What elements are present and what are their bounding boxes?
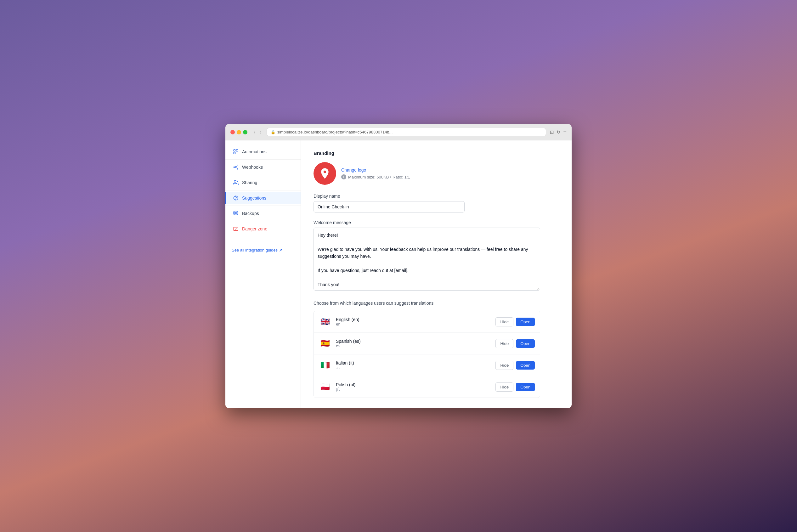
svg-point-9 [233,211,238,213]
suggestions-icon [233,195,239,201]
close-button[interactable] [230,130,235,134]
lang-info-en: English (en) en [336,317,495,326]
display-name-section: Display name [314,194,559,212]
flag-pl: 🇵🇱 [319,381,331,393]
lang-name-it: Italian (it) [336,360,495,365]
open-button-en[interactable]: Open [516,318,535,326]
sidebar-item-suggestions[interactable]: Suggestions [225,192,301,204]
svg-rect-2 [233,152,235,154]
browser-window: ‹ › 🔒 simplelocalize.io/dashboard/projec… [225,124,572,408]
divider [225,206,301,206]
logo-area: Change logo i Maximum size: 500KB • Rati… [314,162,559,185]
open-button-it[interactable]: Open [516,361,535,369]
divider [225,175,301,175]
language-row-es: 🇪🇸 Spanish (es) es Hide Open [314,333,540,355]
url-text: simplelocalize.io/dashboard/projects/?ha… [277,130,393,134]
back-button[interactable]: ‹ [252,129,257,136]
open-button-es[interactable]: Open [516,339,535,348]
webhooks-icon [233,164,239,170]
lang-name-pl: Polish (pl) [336,382,495,387]
svg-point-5 [237,168,238,169]
lang-actions-pl: Hide Open [495,382,535,392]
display-name-label: Display name [314,194,559,198]
change-logo-button[interactable]: Change logo [341,168,410,172]
backups-label: Backups [242,211,259,216]
minimize-button[interactable] [237,130,241,134]
sidebar-item-webhooks[interactable]: Webhooks [225,161,301,173]
lang-actions-en: Hide Open [495,317,535,326]
hide-button-es[interactable]: Hide [495,339,513,348]
svg-point-4 [237,165,238,166]
svg-rect-0 [233,150,235,151]
lang-actions-es: Hide Open [495,339,535,348]
language-row-en: 🇬🇧 English (en) en Hide Open [314,311,540,333]
sidebar-item-sharing[interactable]: Sharing [225,176,301,189]
hide-button-it[interactable]: Hide [495,361,513,370]
main-content: Branding Change logo i Maximum size: 500… [301,140,572,408]
suggestions-label: Suggestions [242,195,266,201]
sharing-icon [233,179,239,186]
sidebar: Automations Webhooks [225,140,301,408]
svg-point-8 [236,199,236,200]
sidebar-item-automations[interactable]: Automations [225,146,301,158]
fullscreen-button[interactable] [243,130,247,134]
language-section-title: Choose from which languages users can su… [314,301,559,306]
sharing-label: Sharing [242,180,257,185]
address-bar[interactable]: 🔒 simplelocalize.io/dashboard/projects/?… [267,128,547,136]
lang-name-es: Spanish (es) [336,339,495,344]
language-row-pl: 🇵🇱 Polish (pl) pl Hide Open [314,376,540,398]
danger-zone-label: Danger zone [242,226,267,231]
browser-chrome: ‹ › 🔒 simplelocalize.io/dashboard/projec… [225,124,572,140]
lang-code-pl: pl [336,387,495,392]
hide-button-pl[interactable]: Hide [495,382,513,392]
app-content: Automations Webhooks [225,140,572,408]
flag-it: 🇮🇹 [319,359,331,372]
lang-info-es: Spanish (es) es [336,339,495,348]
branding-section: Branding Change logo i Maximum size: 500… [314,150,559,185]
traffic-lights [230,130,247,134]
extensions-button[interactable]: ⊡ [550,129,554,135]
welcome-message-section: Welcome message Hey there! We're glad to… [314,220,559,292]
lang-name-en: English (en) [336,317,495,322]
flag-en: 🇬🇧 [319,316,331,328]
sidebar-item-backups[interactable]: Backups [225,207,301,220]
danger-icon [233,226,239,232]
browser-actions: ⊡ ↻ + [550,129,567,135]
automations-label: Automations [242,149,267,154]
flag-es: 🇪🇸 [319,337,331,350]
logo-circle [314,162,336,185]
language-list: 🇬🇧 English (en) en Hide Open 🇪🇸 [314,311,540,398]
automations-icon [233,149,239,155]
info-icon: i [341,174,346,179]
svg-point-3 [233,167,234,168]
sidebar-item-danger-zone[interactable]: Danger zone [225,223,301,235]
divider [225,190,301,190]
open-button-pl[interactable]: Open [516,383,535,391]
branding-title: Branding [314,150,559,156]
language-row-it: 🇮🇹 Italian (it) it Hide Open [314,355,540,376]
svg-rect-1 [236,150,238,151]
logo-constraints-text: Maximum size: 500KB • Ratio: 1:1 [348,175,410,179]
nav-buttons: ‹ › [252,129,263,136]
lang-info-it: Italian (it) it [336,360,495,370]
language-section: Choose from which languages users can su… [314,301,559,398]
logo-constraints: i Maximum size: 500KB • Ratio: 1:1 [341,174,410,179]
forward-button[interactable]: › [259,129,263,136]
lang-code-es: es [336,344,495,348]
see-all-guides-link[interactable]: See all integration guides ↗ [225,243,301,258]
divider [225,221,301,221]
display-name-input[interactable] [314,201,464,212]
lang-code-en: en [336,322,495,326]
reload-button[interactable]: ↻ [556,129,561,135]
divider [225,159,301,159]
welcome-message-textarea[interactable]: Hey there! We're glad to have you with u… [314,228,540,290]
hide-button-en[interactable]: Hide [495,317,513,326]
svg-point-6 [234,180,236,182]
lang-info-pl: Polish (pl) pl [336,382,495,392]
new-tab-button[interactable]: + [563,129,567,135]
lang-actions-it: Hide Open [495,361,535,370]
webhooks-label: Webhooks [242,165,263,170]
lock-icon: 🔒 [271,130,276,134]
lang-code-it: it [336,365,495,370]
logo-info: Change logo i Maximum size: 500KB • Rati… [341,168,410,179]
